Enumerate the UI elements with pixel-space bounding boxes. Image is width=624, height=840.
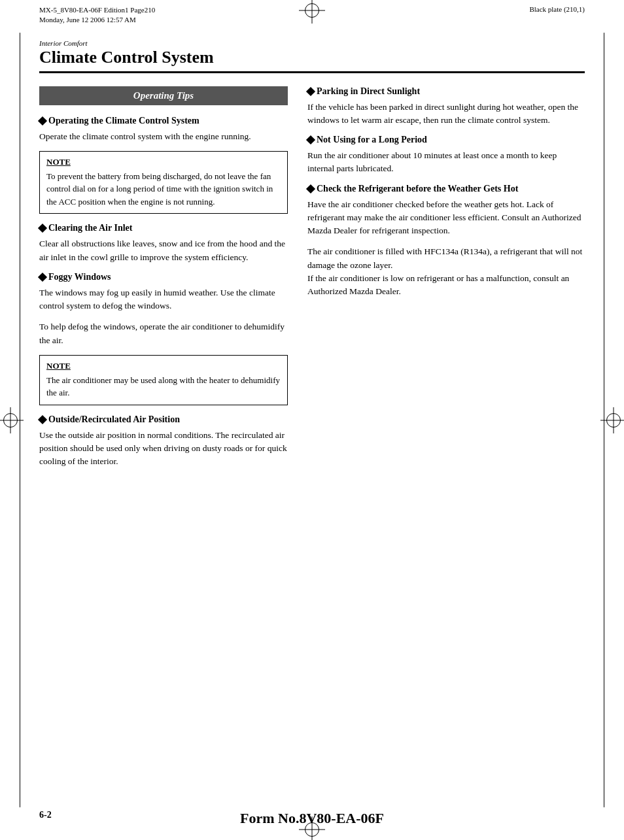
diamond-bullet-foggy (38, 273, 47, 282)
heading-text-clearing: Clearing the Air Inlet (48, 223, 288, 233)
heading-text-foggy: Foggy Windows (48, 272, 288, 282)
page-header: MX-5_8V80-EA-06F Edition1 Page210 Monday… (39, 5, 585, 25)
section-heading-foggy: Foggy Windows (39, 272, 288, 282)
note-text-foggy: The air conditioner may be used along wi… (46, 374, 281, 399)
diamond-bullet-notusing (306, 135, 315, 144)
note-box-foggy: NOTE The air conditioner may be used alo… (39, 355, 288, 405)
body-text-foggy-2: To help defog the windows, operate the a… (39, 320, 288, 347)
note-label-operating: NOTE (46, 157, 281, 167)
body-text-foggy-1: The windows may fog up easily in humid w… (39, 286, 288, 313)
diamond-bullet-clearing (38, 224, 47, 233)
diamond-bullet-parking (306, 87, 315, 96)
section-heading-refrigerant: Check the Refrigerant before the Weather… (307, 184, 585, 194)
header-filename: MX-5_8V80-EA-06F Edition1 Page210 (39, 5, 155, 15)
left-column: Operating Tips Operating the Climate Con… (39, 86, 288, 477)
note-text-operating: To prevent the battery from being discha… (46, 170, 281, 209)
body-text-operating: Operate the climate control system with … (39, 130, 288, 143)
two-column-layout: Operating Tips Operating the Climate Con… (39, 86, 585, 477)
header-left: MX-5_8V80-EA-06F Edition1 Page210 Monday… (39, 5, 155, 25)
body-text-clearing: Clear all obstructions like leaves, snow… (39, 237, 288, 264)
tips-banner: Operating Tips (39, 86, 288, 105)
heading-text-parking: Parking in Direct Sunlight (317, 86, 585, 97)
body-text-outside: Use the outside air position in normal c… (39, 429, 288, 469)
border-left (20, 33, 20, 807)
reg-mark-left (3, 413, 18, 428)
heading-text-operating: Operating the Climate Control System (48, 116, 288, 126)
header-plate: Black plate (210,1) (529, 5, 585, 13)
page-number: 6-2 (39, 810, 52, 820)
diamond-bullet-outside (38, 415, 47, 424)
section-heading-parking: Parking in Direct Sunlight (307, 86, 585, 97)
body-text-refrigerant-1: Have the air conditioner checked before … (307, 198, 585, 238)
heading-text-outside: Outside/Recirculated Air Position (48, 414, 288, 425)
border-right (604, 33, 604, 807)
body-text-parking: If the vehicle has been parked in direct… (307, 101, 585, 127)
section-heading-clearing: Clearing the Air Inlet (39, 223, 288, 233)
page-content: Interior Comfort Climate Control System … (39, 39, 585, 788)
header-date: Monday, June 12 2006 12:57 AM (39, 15, 155, 25)
note-label-foggy: NOTE (46, 361, 281, 371)
right-column: Parking in Direct Sunlight If the vehicl… (307, 86, 585, 477)
section-heading-operating: Operating the Climate Control System (39, 116, 288, 126)
diamond-bullet-refrigerant (306, 184, 315, 193)
title-rule (39, 71, 585, 73)
diamond-bullet-operating (38, 116, 47, 126)
page: MX-5_8V80-EA-06F Edition1 Page210 Monday… (0, 0, 624, 840)
heading-text-refrigerant: Check the Refrigerant before the Weather… (317, 184, 585, 194)
form-number: Form No.8V80-EA-06F (240, 810, 384, 827)
page-title: Climate Control System (39, 48, 585, 67)
reg-mark-right (606, 413, 621, 428)
section-heading-notusing: Not Using for a Long Period (307, 135, 585, 145)
body-text-refrigerant-2: The air conditioner is filled with HFC13… (307, 245, 585, 298)
section-heading-outside: Outside/Recirculated Air Position (39, 414, 288, 425)
heading-text-notusing: Not Using for a Long Period (317, 135, 585, 145)
body-text-notusing: Run the air conditioner about 10 minutes… (307, 149, 585, 176)
note-box-operating: NOTE To prevent the battery from being d… (39, 151, 288, 214)
section-label: Interior Comfort (39, 39, 585, 47)
